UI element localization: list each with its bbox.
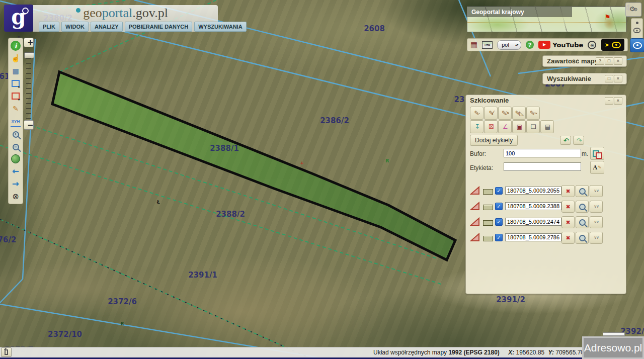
sketch-edit-tools: ↧☒∠▣❏▤ bbox=[470, 120, 554, 133]
label-text-input[interactable] bbox=[504, 162, 581, 171]
title-suffix: .gov.pl bbox=[132, 6, 168, 20]
panel-map-content[interactable]: Zawartość mapy ? □ × bbox=[542, 55, 627, 67]
panel-close-button[interactable]: × bbox=[614, 57, 622, 65]
panel-close-button[interactable]: × bbox=[614, 97, 622, 105]
menu-wyszukiwania[interactable]: WYSZUKIWANIA bbox=[194, 22, 246, 32]
delete-selected-button[interactable]: ☒ bbox=[484, 120, 498, 133]
panel-close-button[interactable]: × bbox=[614, 75, 622, 82]
fill-color-swatch[interactable] bbox=[483, 189, 493, 195]
zoom-slider-track[interactable] bbox=[26, 49, 31, 119]
add-labels-button[interactable]: Dodaj etykiety bbox=[470, 135, 518, 146]
parcel-id-input[interactable] bbox=[505, 218, 561, 226]
delete-object-button[interactable]: ✖ bbox=[561, 185, 575, 197]
eye-small-icon[interactable] bbox=[633, 28, 640, 33]
delete-labels-button[interactable]: ▤ bbox=[540, 120, 554, 133]
visibility-checkbox[interactable]: ✓ bbox=[495, 187, 503, 195]
parcel-id-input[interactable] bbox=[505, 233, 561, 241]
overview-map-button[interactable] bbox=[1, 347, 12, 357]
copy-graphic-button[interactable]: ❏ bbox=[526, 120, 540, 133]
expand-object-button[interactable]: ∨∨ bbox=[590, 201, 603, 213]
expand-object-button[interactable]: ∨∨ bbox=[590, 232, 603, 244]
tool-measure-pencil-button[interactable]: ✎ bbox=[11, 104, 21, 114]
help-button[interactable]: ? bbox=[526, 41, 534, 49]
show-hide-panels-button[interactable] bbox=[630, 38, 644, 52]
zoom-to-object-button[interactable] bbox=[576, 185, 589, 197]
settings-button[interactable]: ⚙⚙ bbox=[625, 3, 641, 17]
menu-pobieranie-danych[interactable]: POBIERANIE DANYCH bbox=[125, 22, 193, 32]
overview-minimap[interactable]: Geoportal krajowy ⚑ bbox=[467, 7, 626, 32]
expand-object-button[interactable]: ∨∨ bbox=[590, 216, 603, 228]
dot-button[interactable] bbox=[636, 22, 638, 24]
magnifier-icon bbox=[579, 219, 586, 226]
parcel-id-input[interactable] bbox=[505, 202, 561, 210]
delete-graphic-button[interactable]: ▣ bbox=[512, 120, 526, 133]
tool-forward-button[interactable]: → bbox=[11, 178, 21, 189]
tool-zoom-out-button[interactable]: − bbox=[11, 142, 21, 152]
buffer-input[interactable] bbox=[504, 149, 581, 157]
utm-grid-icon[interactable]: UTM bbox=[482, 41, 493, 49]
fill-color-swatch[interactable] bbox=[483, 205, 493, 210]
delete-object-button[interactable]: ✖ bbox=[561, 216, 575, 228]
site-title: geoportal.gov.pl bbox=[33, 6, 218, 21]
draw-freehand-button[interactable]: ✎~ bbox=[526, 107, 540, 120]
delete-object-button[interactable]: ✖ bbox=[561, 201, 575, 213]
sketch-object-row: ✓✖∨∨ bbox=[466, 185, 626, 198]
landuse-boundary-dark-dashes bbox=[0, 219, 312, 359]
fill-color-swatch[interactable] bbox=[483, 220, 493, 226]
menu-analizy[interactable]: ANALIZY bbox=[91, 22, 123, 32]
tool-select-rect-blue-button[interactable] bbox=[11, 78, 21, 88]
language-select[interactable]: pol ▴▾ bbox=[497, 40, 521, 50]
zoom-slider-handle[interactable] bbox=[24, 52, 34, 58]
legend-grid-icon[interactable]: ▦ bbox=[470, 40, 477, 49]
parcel-id-input[interactable] bbox=[505, 187, 561, 195]
draw-polyline-button[interactable]: ✎> bbox=[498, 107, 512, 120]
tool-back-button[interactable]: ← bbox=[11, 166, 21, 176]
visibility-checkbox[interactable]: ✓ bbox=[495, 218, 503, 226]
zoom-in-icon: + bbox=[13, 131, 19, 138]
delete-object-button[interactable]: ✖ bbox=[561, 232, 575, 244]
expand-object-button[interactable]: ∨∨ bbox=[590, 185, 603, 197]
panel-search[interactable]: Wyszukiwanie □ × bbox=[542, 73, 627, 84]
panel-minimize-button[interactable]: – bbox=[605, 97, 613, 105]
magnifier-icon bbox=[579, 235, 586, 241]
map-scale-bar bbox=[603, 332, 625, 336]
y-value: 709565.70 bbox=[555, 349, 584, 356]
apply-buffer-button[interactable] bbox=[590, 147, 604, 160]
panel-restore-button[interactable]: □ bbox=[605, 75, 613, 82]
youtube-link[interactable]: ▶ YouTube bbox=[538, 41, 583, 49]
undo-button[interactable]: ↶ bbox=[560, 136, 571, 145]
panel-restore-button[interactable]: □ bbox=[605, 57, 613, 65]
zoom-to-object-button[interactable] bbox=[576, 216, 589, 228]
font-style-button[interactable]: A✎ bbox=[590, 161, 604, 174]
zoom-to-object-button[interactable] bbox=[576, 232, 589, 244]
compass-icon[interactable]: ✳ bbox=[588, 41, 596, 49]
tool-zoom-in-button[interactable]: + bbox=[11, 129, 21, 139]
draw-line-button[interactable]: ✎⁄ bbox=[484, 107, 498, 120]
polygon-symbol-icon bbox=[470, 217, 480, 226]
tool-pan-hand-button[interactable]: ☝ bbox=[11, 53, 21, 63]
menu-widok[interactable]: WIDOK bbox=[61, 22, 89, 32]
tool-attribute-table-button[interactable]: ▦ bbox=[11, 66, 21, 76]
tool-xyh-button[interactable]: XYH bbox=[11, 116, 21, 127]
redo-button[interactable]: ↷ bbox=[573, 136, 584, 145]
edit-geometry-button[interactable]: ∠ bbox=[498, 120, 512, 133]
tool-select-rect-red-button[interactable] bbox=[11, 91, 21, 101]
tool-globe-button[interactable] bbox=[11, 154, 20, 163]
visibility-toggle[interactable]: ➤ bbox=[601, 39, 624, 51]
geoportal-logo[interactable]: g bbox=[4, 5, 33, 32]
tool-info-button[interactable]: i bbox=[11, 41, 21, 51]
magnifier-icon bbox=[579, 188, 586, 195]
fill-color-swatch[interactable] bbox=[483, 236, 493, 241]
tool-clear-button[interactable]: ⊗ bbox=[11, 191, 21, 201]
panel-help-button[interactable]: ? bbox=[596, 57, 604, 65]
zoom-in-button[interactable]: + bbox=[24, 38, 34, 47]
menu-plik[interactable]: PLIK bbox=[39, 22, 59, 32]
draw-point-button[interactable]: ✎· bbox=[470, 107, 484, 120]
visibility-checkbox[interactable]: ✓ bbox=[495, 234, 503, 241]
visibility-checkbox[interactable]: ✓ bbox=[495, 203, 503, 210]
draw-polygon-button[interactable]: ✎◺ bbox=[512, 107, 526, 120]
import-geometry-button[interactable]: ↧ bbox=[470, 120, 484, 133]
zoom-to-object-button[interactable] bbox=[576, 201, 589, 213]
zoom-out-button[interactable]: − bbox=[24, 120, 34, 130]
sketch-parcel-polygon[interactable] bbox=[52, 72, 455, 260]
